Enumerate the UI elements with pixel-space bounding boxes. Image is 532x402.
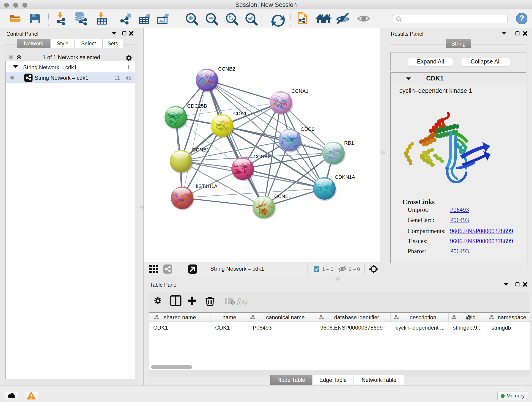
svg-text:?: ?: [519, 14, 524, 23]
svg-text:HIST1H1A: HIST1H1A: [193, 183, 217, 189]
svg-text:CCNE1: CCNE1: [274, 193, 291, 199]
svg-text:1 – 0: 1 – 0: [322, 266, 333, 272]
svg-text:0 – 0: 0 – 0: [349, 266, 360, 272]
svg-text:CDC6: CDC6: [301, 126, 314, 132]
svg-text:CDK1: CDK1: [233, 111, 247, 116]
svg-text:CDC25B: CDC25B: [187, 103, 207, 109]
svg-text:f(x): f(x): [237, 297, 248, 306]
svg-text:CCNA2: CCNA2: [253, 154, 271, 160]
svg-text:RB1: RB1: [344, 140, 354, 146]
svg-text:CCNB2: CCNB2: [218, 66, 235, 72]
svg-text:CCNB1: CCNB1: [192, 147, 209, 153]
svg-text:CCNA1: CCNA1: [291, 88, 309, 94]
svg-text:CDKN1A: CDKN1A: [335, 174, 355, 180]
